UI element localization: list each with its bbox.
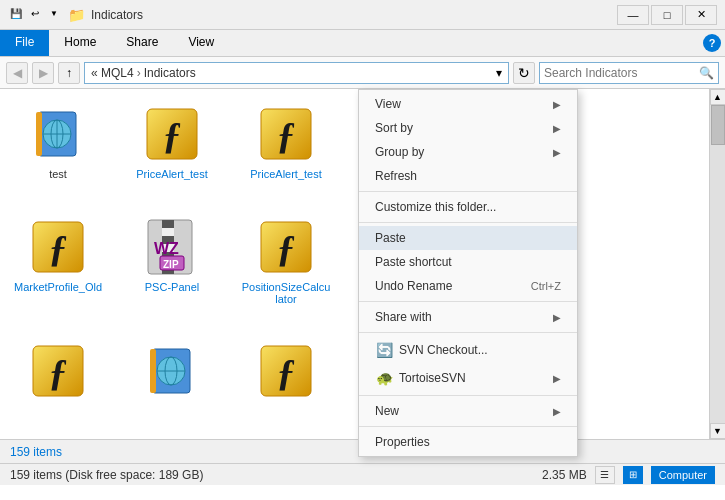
tab-view[interactable]: View [173, 30, 229, 56]
file-item-test[interactable]: test [8, 97, 108, 206]
breadcrumb-current: Indicators [144, 66, 196, 80]
cm-properties[interactable]: Properties [359, 430, 577, 454]
file-grid: test ƒ PriceAlert_test [0, 89, 709, 439]
view-list-button[interactable]: ☰ [595, 466, 615, 484]
file-icon-zip: WZ ZIP [140, 215, 204, 279]
scroll-track[interactable] [710, 105, 725, 423]
file-icon-book2 [140, 339, 204, 403]
status-bar-bottom: 159 items (Disk free space: 189 GB) 2.35… [0, 463, 725, 485]
title-bar-icons: 💾 ↩ ▼ [8, 7, 62, 23]
search-bar: 🔍 [539, 62, 719, 84]
cm-sort-arrow: ▶ [553, 123, 561, 134]
cm-tortoise-svn[interactable]: 🐢 TortoiseSVN ▶ [359, 364, 577, 392]
cm-share-label: Share with [375, 310, 432, 324]
file-name-pricealert2: PriceAlert_test [250, 168, 322, 180]
breadcrumb-arrow: › [137, 66, 141, 80]
cm-tortoise-left: 🐢 TortoiseSVN [375, 369, 466, 387]
cm-svn-left: 🔄 SVN Checkout... [375, 341, 488, 359]
main-area: test ƒ PriceAlert_test [0, 89, 725, 439]
item-count-full: 159 items (Disk free space: 189 GB) [10, 468, 203, 482]
close-button[interactable]: ✕ [685, 5, 717, 25]
cm-group-label: Group by [375, 145, 424, 159]
file-icon-mql8: ƒ [254, 339, 318, 403]
file-item-psc-panel[interactable]: WZ ZIP PSC-Panel [122, 210, 222, 331]
file-icon-book [26, 102, 90, 166]
scroll-thumb[interactable] [711, 105, 725, 145]
cm-undo-rename[interactable]: Undo Rename Ctrl+Z [359, 274, 577, 298]
cm-paste-shortcut[interactable]: Paste shortcut [359, 250, 577, 274]
computer-button[interactable]: Computer [651, 466, 715, 484]
svg-rect-16 [162, 220, 174, 228]
item-count-status: 159 items [10, 445, 62, 459]
file-item-positionsizecalc[interactable]: ƒ PositionSizeCalculator [236, 210, 336, 331]
tab-file[interactable]: File [0, 30, 49, 56]
back-button[interactable]: ◀ [6, 62, 28, 84]
file-item-row3-1[interactable]: ƒ [8, 334, 108, 431]
breadcrumb-dropdown[interactable]: ▾ [496, 66, 502, 80]
file-item-row3-2[interactable] [122, 334, 222, 431]
cm-share-arrow: ▶ [553, 312, 561, 323]
svg-text:ƒ: ƒ [277, 114, 296, 156]
tortoise-svn-icon: 🐢 [375, 369, 393, 387]
cm-group-by[interactable]: Group by ▶ [359, 140, 577, 164]
scrollbar-vertical[interactable]: ▲ ▼ [709, 89, 725, 439]
cm-divider-1 [359, 191, 577, 192]
refresh-button[interactable]: ↻ [513, 62, 535, 84]
cm-new-label: New [375, 404, 399, 418]
svg-text:ZIP: ZIP [163, 259, 179, 270]
svg-text:ƒ: ƒ [277, 227, 296, 269]
scroll-down-arrow[interactable]: ▼ [710, 423, 726, 439]
breadcrumb[interactable]: « MQL4 › Indicators ▾ [84, 62, 509, 84]
cm-paste-shortcut-label: Paste shortcut [375, 255, 452, 269]
cm-refresh-label: Refresh [375, 169, 417, 183]
svg-text:ƒ: ƒ [277, 351, 296, 393]
scroll-up-arrow[interactable]: ▲ [710, 89, 726, 105]
cm-share-with[interactable]: Share with ▶ [359, 305, 577, 329]
svg-rect-30 [150, 349, 156, 393]
cm-divider-3 [359, 301, 577, 302]
title-text: Indicators [91, 8, 143, 22]
file-icon-mql4: ƒ [26, 215, 90, 279]
tab-share[interactable]: Share [111, 30, 173, 56]
cm-paste-label: Paste [375, 231, 406, 245]
cm-customize[interactable]: Customize this folder... [359, 195, 577, 219]
quick-access-dropdown[interactable]: ▼ [46, 7, 62, 23]
maximize-button[interactable]: □ [651, 5, 683, 25]
file-item-pricealert2[interactable]: ƒ PriceAlert_test [236, 97, 336, 206]
file-item-row3-3[interactable]: ƒ [236, 334, 336, 431]
cm-new[interactable]: New ▶ [359, 399, 577, 423]
search-icon: 🔍 [699, 66, 714, 80]
svg-text:ƒ: ƒ [49, 351, 68, 393]
file-name-pricealert1: PriceAlert_test [136, 168, 208, 180]
file-name-test: test [49, 168, 67, 180]
window-controls: — □ ✕ [617, 5, 717, 25]
minimize-button[interactable]: — [617, 5, 649, 25]
search-input[interactable] [544, 66, 699, 80]
cm-tortoise-label: TortoiseSVN [399, 371, 466, 385]
cm-view-label: View [375, 97, 401, 111]
file-item-marketprofile-old[interactable]: ƒ MarketProfile_Old [8, 210, 108, 331]
cm-undo-label: Undo Rename [375, 279, 452, 293]
cm-sort-by[interactable]: Sort by ▶ [359, 116, 577, 140]
forward-button[interactable]: ▶ [32, 62, 54, 84]
cm-undo-shortcut: Ctrl+Z [531, 280, 561, 292]
file-item-pricealert1[interactable]: ƒ PriceAlert_test [122, 97, 222, 206]
up-button[interactable]: ↑ [58, 62, 80, 84]
file-icon-mql7: ƒ [26, 339, 90, 403]
file-name-marketprofile-old: MarketProfile_Old [14, 281, 102, 293]
cm-paste[interactable]: Paste [359, 226, 577, 250]
help-button[interactable]: ? [703, 34, 721, 52]
cm-divider-5 [359, 395, 577, 396]
quick-access-save[interactable]: 💾 [8, 7, 24, 23]
cm-view[interactable]: View ▶ [359, 92, 577, 116]
view-grid-button[interactable]: ⊞ [623, 466, 643, 484]
quick-access-undo[interactable]: ↩ [27, 7, 43, 23]
title-folder-icon: 📁 [68, 7, 85, 23]
tab-home[interactable]: Home [49, 30, 111, 56]
cm-divider-2 [359, 222, 577, 223]
file-name-psc-panel: PSC-Panel [145, 281, 199, 293]
cm-refresh[interactable]: Refresh [359, 164, 577, 188]
cm-svn-checkout[interactable]: 🔄 SVN Checkout... [359, 336, 577, 364]
cm-view-arrow: ▶ [553, 99, 561, 110]
status-right: 2.35 MB ☰ ⊞ Computer [542, 466, 715, 484]
